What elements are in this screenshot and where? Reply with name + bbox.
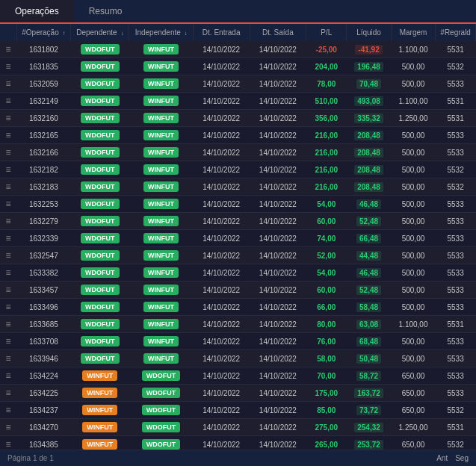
row-regrald: 5531 — [436, 41, 476, 58]
row-dt-saida: 14/10/2022 — [250, 282, 306, 299]
tab-operacoes[interactable]: Operações — [0, 0, 74, 24]
row-icon[interactable]: ≡ — [0, 58, 16, 75]
row-margem: 500,00 — [391, 230, 435, 247]
row-dt-entrada: 14/10/2022 — [193, 127, 250, 144]
row-icon[interactable]: ≡ — [0, 367, 16, 385]
row-icon[interactable]: ≡ — [0, 385, 16, 402]
row-icon[interactable]: ≡ — [0, 196, 16, 213]
table-row: ≡ 1632339 WDOFUT WINFUT 14/10/2022 14/10… — [0, 230, 476, 247]
operations-table: #Operação ↑ Dependente ↓ Independente ↓ … — [0, 24, 476, 450]
row-dt-saida: 14/10/2022 — [250, 247, 306, 264]
row-id: 1632253 — [16, 196, 71, 213]
row-dep: WDOFUT — [71, 299, 129, 316]
row-ind: WINFUT — [129, 144, 193, 161]
row-regrald: 5533 — [436, 264, 476, 282]
row-icon[interactable]: ≡ — [0, 282, 16, 299]
row-regrald: 5533 — [436, 75, 476, 93]
col-flags — [0, 24, 16, 41]
row-ind: WDOFUT — [129, 385, 193, 402]
row-liquido: 66,48 — [347, 230, 391, 247]
row-dep: WDOFUT — [71, 127, 129, 144]
col-dt-entrada: Dt. Entrada — [193, 24, 250, 41]
tab-resumo[interactable]: Resumo — [74, 0, 137, 22]
row-margem: 500,00 — [391, 196, 435, 213]
row-dt-saida: 14/10/2022 — [250, 93, 306, 110]
col-dependente[interactable]: Dependente ↓ — [71, 24, 129, 41]
row-dep: WDOFUT — [71, 247, 129, 264]
table-row: ≡ 1634270 WINFUT WDOFUT 14/10/2022 14/10… — [0, 419, 476, 436]
row-icon[interactable]: ≡ — [0, 436, 16, 450]
table-row: ≡ 1632279 WDOFUT WINFUT 14/10/2022 14/10… — [0, 213, 476, 230]
row-margem: 1.100,00 — [391, 316, 435, 333]
row-dt-entrada: 14/10/2022 — [193, 350, 250, 367]
row-icon[interactable]: ≡ — [0, 402, 16, 419]
row-dt-saida: 14/10/2022 — [250, 402, 306, 419]
row-liquido: 253,72 — [347, 436, 391, 450]
row-regrald: 5533 — [436, 213, 476, 230]
row-regrald: 5533 — [436, 247, 476, 264]
row-margem: 500,00 — [391, 58, 435, 75]
row-icon[interactable]: ≡ — [0, 41, 16, 58]
row-ind: WDOFUT — [129, 436, 193, 450]
row-id: 1631835 — [16, 58, 71, 75]
row-icon[interactable]: ≡ — [0, 161, 16, 178]
row-icon[interactable]: ≡ — [0, 110, 16, 127]
row-dt-entrada: 14/10/2022 — [193, 282, 250, 299]
table-row: ≡ 1632165 WDOFUT WINFUT 14/10/2022 14/10… — [0, 127, 476, 144]
table-row: ≡ 1631835 WDOFUT WINFUT 14/10/2022 14/10… — [0, 58, 476, 75]
row-pl: 356,00 — [306, 110, 347, 127]
row-icon[interactable]: ≡ — [0, 419, 16, 436]
row-margem: 1.250,00 — [391, 110, 435, 127]
col-independente[interactable]: Independente ↓ — [129, 24, 193, 41]
row-icon[interactable]: ≡ — [0, 213, 16, 230]
row-icon[interactable]: ≡ — [0, 333, 16, 350]
row-regrald: 5533 — [436, 127, 476, 144]
row-id: 1633382 — [16, 264, 71, 282]
row-pl: 54,00 — [306, 196, 347, 213]
row-liquido: 196,48 — [347, 58, 391, 75]
row-id: 1632183 — [16, 178, 71, 196]
row-liquido: 63,08 — [347, 316, 391, 333]
row-pl: 175,00 — [306, 385, 347, 402]
row-ind: WINFUT — [129, 282, 193, 299]
row-pl: 80,00 — [306, 316, 347, 333]
table-row: ≡ 1632547 WDOFUT WINFUT 14/10/2022 14/10… — [0, 247, 476, 264]
row-regrald: 5533 — [436, 282, 476, 299]
row-dep: WDOFUT — [71, 41, 129, 58]
ant-button[interactable]: Ant — [436, 454, 448, 462]
row-icon[interactable]: ≡ — [0, 316, 16, 333]
row-pl: 265,00 — [306, 436, 347, 450]
row-id: 1634225 — [16, 385, 71, 402]
row-margem: 500,00 — [391, 75, 435, 93]
row-icon[interactable]: ≡ — [0, 127, 16, 144]
row-pl: 510,00 — [306, 93, 347, 110]
row-icon[interactable]: ≡ — [0, 75, 16, 93]
row-icon[interactable]: ≡ — [0, 264, 16, 282]
row-dep: WDOFUT — [71, 93, 129, 110]
row-dt-entrada: 14/10/2022 — [193, 58, 250, 75]
row-ind: WINFUT — [129, 58, 193, 75]
row-icon[interactable]: ≡ — [0, 350, 16, 367]
row-icon[interactable]: ≡ — [0, 230, 16, 247]
row-icon[interactable]: ≡ — [0, 93, 16, 110]
row-dt-saida: 14/10/2022 — [250, 419, 306, 436]
row-id: 1632339 — [16, 230, 71, 247]
row-id: 1632547 — [16, 247, 71, 264]
row-icon[interactable]: ≡ — [0, 144, 16, 161]
table-row: ≡ 1632182 WDOFUT WINFUT 14/10/2022 14/10… — [0, 161, 476, 178]
row-dt-saida: 14/10/2022 — [250, 110, 306, 127]
row-dt-saida: 14/10/2022 — [250, 299, 306, 316]
row-ind: WDOFUT — [129, 367, 193, 385]
col-operacao[interactable]: #Operação ↑ — [16, 24, 71, 41]
row-icon[interactable]: ≡ — [0, 247, 16, 264]
row-liquido: -41,92 — [347, 41, 391, 58]
seg-button[interactable]: Seg — [455, 454, 469, 462]
row-liquido: 50,48 — [347, 350, 391, 367]
row-icon[interactable]: ≡ — [0, 299, 16, 316]
row-liquido: 493,08 — [347, 93, 391, 110]
row-regrald: 5531 — [436, 93, 476, 110]
row-dep: WDOFUT — [71, 75, 129, 93]
row-icon[interactable]: ≡ — [0, 178, 16, 196]
row-regrald: 5532 — [436, 58, 476, 75]
row-dt-entrada: 14/10/2022 — [193, 402, 250, 419]
